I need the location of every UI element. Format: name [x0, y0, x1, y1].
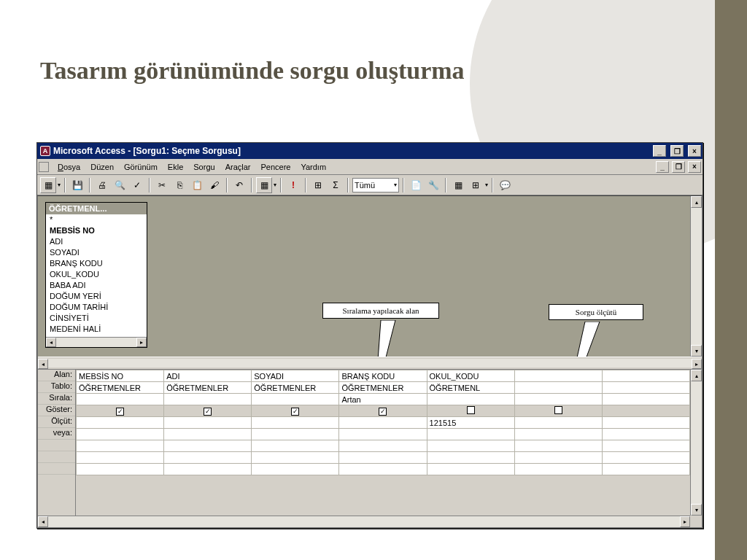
grid-cell[interactable] — [252, 452, 339, 464]
grid-cell[interactable]: ÖĞRETMENLER — [252, 382, 339, 394]
table-field-list[interactable]: ÖĞRETMENL... *MEBSİS NOADISOYADIBRANŞ KO… — [45, 202, 147, 348]
new-object-button[interactable]: ⊞ — [468, 177, 484, 193]
grid-cell[interactable]: ÖĞRETMENLER — [339, 382, 427, 394]
menu-edit[interactable]: Düzen — [86, 161, 118, 173]
scroll-track[interactable] — [691, 208, 702, 345]
grid-cell[interactable] — [514, 405, 602, 417]
show-checkbox[interactable] — [467, 406, 475, 414]
grid-cell[interactable] — [602, 452, 689, 464]
grid-cell[interactable]: Artan — [339, 394, 427, 405]
grid-cell[interactable] — [164, 440, 252, 452]
mdi-restore-button[interactable]: ❐ — [672, 161, 685, 173]
grid-cell[interactable] — [339, 405, 427, 417]
scroll-up-button[interactable]: ▴ — [691, 196, 702, 208]
grid-cell[interactable] — [252, 429, 339, 440]
grid-cell[interactable] — [164, 394, 252, 405]
show-table-button[interactable]: ⊞ — [310, 177, 326, 193]
grid-cell[interactable] — [602, 464, 689, 475]
scroll-track[interactable] — [56, 338, 136, 347]
close-button[interactable]: × — [688, 145, 701, 157]
grid-cell[interactable] — [339, 452, 427, 464]
grid-cell[interactable] — [77, 440, 164, 452]
copy-button[interactable]: ⎘ — [171, 177, 187, 193]
scroll-track[interactable] — [48, 359, 692, 368]
scroll-track[interactable] — [691, 381, 702, 504]
grid-cell[interactable] — [77, 394, 164, 405]
lower-vscroll[interactable]: ▴ ▾ — [690, 370, 702, 516]
show-checkbox[interactable] — [291, 408, 299, 416]
grid-cell[interactable] — [514, 429, 602, 440]
query-type-button[interactable]: ▦ — [256, 177, 272, 193]
grid-cell[interactable] — [77, 417, 164, 429]
mdi-minimize-button[interactable]: _ — [656, 161, 669, 173]
grid-cell[interactable]: BRANŞ KODU — [339, 370, 427, 382]
grid-cell[interactable] — [602, 417, 689, 429]
menu-help[interactable]: Yardım — [296, 161, 330, 173]
field-item[interactable]: MEDENİ HALİ — [46, 324, 147, 335]
minimize-button[interactable]: _ — [653, 145, 666, 157]
field-item[interactable]: MEBSİS NO — [46, 225, 147, 236]
grid-cell[interactable] — [77, 429, 164, 440]
grid-cell[interactable] — [514, 370, 602, 382]
scroll-left-button[interactable]: ◂ — [46, 338, 56, 347]
scroll-down-button[interactable]: ▾ — [691, 504, 702, 516]
field-item[interactable]: OKUL_KODU — [46, 269, 147, 280]
grid-cell[interactable] — [602, 370, 689, 382]
grid-cell[interactable] — [602, 440, 689, 452]
totals-button[interactable]: Σ — [328, 177, 344, 193]
menu-file[interactable]: DDosyaosya — [53, 161, 85, 173]
grid-cell[interactable] — [602, 405, 689, 417]
build-button[interactable]: 🔧 — [425, 177, 441, 193]
print-preview-button[interactable]: 🔍 — [112, 177, 128, 193]
pane-splitter[interactable]: ◂ ▸ — [38, 357, 702, 370]
grid-cell[interactable] — [77, 464, 164, 475]
grid-cell[interactable] — [164, 452, 252, 464]
grid-cell[interactable] — [252, 417, 339, 429]
grid-cell[interactable] — [164, 405, 252, 417]
grid-cell[interactable] — [514, 394, 602, 405]
menu-window[interactable]: Pencere — [256, 161, 295, 173]
table-diagram-pane[interactable]: ÖĞRETMENL... *MEBSİS NOADISOYADIBRANŞ KO… — [38, 196, 690, 357]
scroll-right-button[interactable]: ▸ — [680, 516, 690, 527]
grid-cell[interactable]: MEBSİS NO — [77, 370, 164, 382]
cut-button[interactable]: ✂ — [154, 177, 170, 193]
mdi-close-button[interactable]: × — [688, 161, 701, 173]
menu-tools[interactable]: Araçlar — [221, 161, 255, 173]
menu-view[interactable]: Görünüm — [120, 161, 162, 173]
grid-cell[interactable] — [514, 464, 602, 475]
grid-cell[interactable] — [252, 440, 339, 452]
grid-cell[interactable] — [427, 440, 514, 452]
mdi-system-icon[interactable] — [39, 162, 49, 172]
field-list-hscroll[interactable]: ◂ ▸ — [46, 337, 147, 347]
grid-cell[interactable] — [514, 417, 602, 429]
grid-cell[interactable] — [427, 394, 514, 405]
db-window-button[interactable]: ▦ — [450, 177, 466, 193]
grid-cell[interactable] — [602, 382, 689, 394]
help-button[interactable]: 💬 — [497, 177, 513, 193]
grid-cell[interactable] — [164, 429, 252, 440]
scroll-right-button[interactable]: ▸ — [136, 338, 147, 347]
show-checkbox[interactable] — [379, 408, 387, 416]
field-item[interactable]: CİNSİYETİ — [46, 313, 147, 324]
grid-cell[interactable] — [77, 405, 164, 417]
field-item[interactable]: * — [46, 214, 147, 225]
grid-cell[interactable]: ÖĞRETMENLER — [164, 382, 252, 394]
upper-vscroll[interactable]: ▴ ▾ — [690, 196, 702, 357]
scroll-left-button[interactable]: ◂ — [38, 359, 48, 369]
restore-button[interactable]: ❐ — [670, 145, 684, 157]
grid-cell[interactable] — [514, 452, 602, 464]
grid-cell[interactable] — [602, 429, 689, 440]
menu-query[interactable]: Sorgu — [189, 161, 219, 173]
grid-cell[interactable]: ADI — [164, 370, 252, 382]
menu-insert[interactable]: Ekle — [163, 161, 187, 173]
grid-cell[interactable] — [339, 440, 427, 452]
scroll-track[interactable] — [48, 516, 680, 527]
grid-cell[interactable] — [252, 394, 339, 405]
field-item[interactable]: BABA ADI — [46, 280, 147, 291]
grid-cell[interactable]: 121515 — [427, 417, 514, 429]
show-checkbox[interactable] — [116, 408, 124, 416]
grid-cell[interactable]: ÖĞRETMENL — [427, 382, 514, 394]
grid-cell[interactable] — [339, 464, 427, 475]
query-grid[interactable]: MEBSİS NOADISOYADIBRANŞ KODUOKUL_KODUÖĞR… — [76, 370, 690, 516]
field-item[interactable]: ADI — [46, 236, 147, 247]
